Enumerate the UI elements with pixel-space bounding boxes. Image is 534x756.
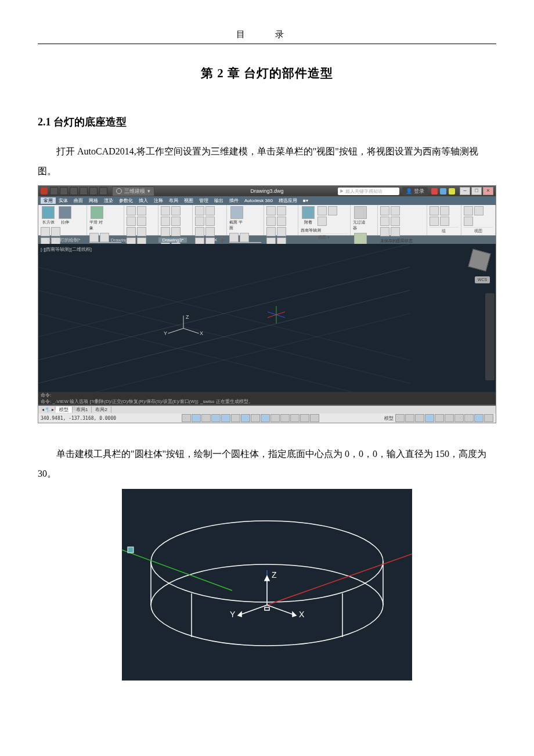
tool-icon[interactable] (380, 217, 389, 226)
workspace-selector[interactable]: 三维建模 ▾ (112, 186, 154, 196)
tool-icon[interactable] (240, 233, 249, 242)
layout-tab[interactable]: 布局1 (73, 406, 92, 413)
ribbon-tab-插件[interactable]: 插件 (226, 197, 241, 204)
tool-icon[interactable] (380, 206, 389, 215)
toggle-sc[interactable] (300, 414, 309, 422)
toggle-r8[interactable] (464, 414, 474, 422)
ribbon-tab-注释[interactable]: 注释 (151, 197, 166, 204)
file-tab[interactable]: Drawing3* (158, 237, 187, 243)
layout-tab[interactable]: 模型 (56, 406, 73, 413)
tool-icon[interactable] (137, 206, 146, 215)
tool-icon[interactable] (229, 233, 239, 242)
tool-icon[interactable] (171, 206, 181, 215)
login-button[interactable]: 👤 登录 (402, 187, 428, 196)
panel-title[interactable]: 视图 (464, 227, 493, 234)
toggle-grid[interactable] (192, 414, 201, 422)
tool-icon[interactable] (137, 227, 146, 236)
tool-icon[interactable] (317, 206, 327, 215)
model-space-label[interactable]: 模型 (384, 415, 394, 422)
tool-icon[interactable] (266, 227, 276, 236)
tool-icon[interactable] (391, 206, 400, 215)
tool-icon[interactable] (171, 227, 181, 236)
toggle-r5[interactable] (435, 414, 444, 422)
file-tab[interactable]: Drawing2* (107, 237, 135, 243)
ribbon-tab-精选应用[interactable]: 精选应用 (276, 197, 300, 204)
toggle-3dosnap[interactable] (231, 414, 240, 422)
tool-icon[interactable] (266, 217, 276, 226)
qat-open-icon[interactable] (60, 187, 68, 195)
tool-icon[interactable] (137, 217, 146, 226)
ribbon-tab-视图[interactable]: 视图 (181, 197, 196, 204)
app-icon[interactable] (41, 188, 48, 195)
tool-icon[interactable] (127, 206, 136, 215)
toggle-osnap[interactable] (221, 414, 230, 422)
toggle-r7[interactable] (454, 414, 464, 422)
ribbon-tab-常用[interactable]: 常用 (41, 197, 56, 204)
new-tab-icon[interactable]: ✕ ➕ (210, 237, 228, 243)
tool-icon[interactable] (51, 227, 60, 236)
ribbon-button[interactable]: 长方体 (41, 206, 56, 225)
maximize-button[interactable]: □ (471, 187, 482, 195)
tool-icon[interactable] (89, 233, 99, 242)
qat-print-icon[interactable] (80, 187, 88, 195)
toggle-r10[interactable] (484, 414, 493, 422)
tool-icon[interactable] (430, 206, 439, 215)
ribbon-tab-插入[interactable]: 插入 (136, 197, 151, 204)
ribbon-tab-网格[interactable]: 网格 (86, 197, 101, 204)
tool-icon[interactable] (195, 227, 204, 236)
tool-icon[interactable] (161, 227, 170, 236)
tool-icon[interactable] (440, 206, 449, 215)
ribbon-button[interactable]: 截面 平面 (229, 206, 244, 231)
toggle-polar[interactable] (211, 414, 221, 422)
tool-icon[interactable] (317, 217, 327, 226)
toggle-r1[interactable] (395, 414, 405, 422)
file-tab[interactable]: 6.6 台灯的绘制* (44, 237, 84, 243)
tool-icon[interactable] (205, 206, 215, 215)
toggle-ducs[interactable] (251, 414, 260, 422)
ribbon-expand-icon[interactable]: ■▾ (300, 198, 311, 203)
tool-icon[interactable] (195, 206, 204, 215)
toggle-tpy[interactable] (280, 414, 290, 422)
ribbon-tab-实体[interactable]: 实体 (56, 197, 71, 204)
ribbon-tab-管理[interactable]: 管理 (196, 197, 211, 204)
ribbon-button[interactable]: 平滑 对象 (89, 206, 104, 231)
toggle-r2[interactable] (405, 414, 414, 422)
panel-text[interactable]: 西南等轴测 (301, 228, 321, 233)
tool-icon[interactable] (41, 227, 50, 236)
layout-prev-icon[interactable]: ◂ (38, 407, 48, 412)
ribbon-button[interactable]: 附着 (301, 206, 316, 225)
help-icon[interactable] (449, 188, 455, 195)
tool-icon[interactable] (127, 217, 136, 226)
tool-icon[interactable] (277, 206, 286, 215)
ribbon-tab-Autodesk 360[interactable]: Autodesk 360 (241, 198, 276, 203)
ribbon-button[interactable]: 拉伸 (57, 206, 73, 225)
tool-icon[interactable] (474, 206, 484, 215)
tool-icon[interactable] (277, 227, 286, 236)
toggle-otrack[interactable] (241, 414, 250, 422)
tool-icon[interactable] (440, 217, 449, 226)
tool-icon[interactable] (391, 227, 400, 236)
ribbon-tab-参数化[interactable]: 参数化 (116, 197, 136, 204)
tool-icon[interactable] (380, 227, 389, 236)
nav-bar[interactable] (485, 293, 495, 380)
toggle-am[interactable] (310, 414, 319, 422)
ribbon-tab-渲染[interactable]: 渲染 (101, 197, 116, 204)
toggle-lwt[interactable] (270, 414, 280, 422)
tool-icon[interactable] (464, 206, 473, 215)
tool-icon[interactable] (328, 206, 337, 215)
tool-icon[interactable] (171, 217, 181, 226)
qat-save-icon[interactable] (70, 187, 78, 195)
tool-icon[interactable] (430, 217, 439, 226)
qat-new-icon[interactable] (50, 187, 58, 195)
close-button[interactable]: × (483, 187, 493, 195)
ribbon-button[interactable]: 无过滤器 (353, 206, 368, 231)
minimize-button[interactable]: – (460, 187, 470, 195)
toggle-ortho[interactable] (201, 414, 211, 422)
layout-tab[interactable]: 布局2 (92, 406, 111, 413)
qat-redo-icon[interactable] (99, 187, 107, 195)
tool-icon[interactable] (195, 217, 204, 226)
toggle-r4[interactable] (425, 414, 434, 422)
tool-icon[interactable] (161, 206, 170, 215)
tool-icon[interactable] (266, 206, 276, 215)
ribbon-tab-输出[interactable]: 输出 (211, 197, 226, 204)
